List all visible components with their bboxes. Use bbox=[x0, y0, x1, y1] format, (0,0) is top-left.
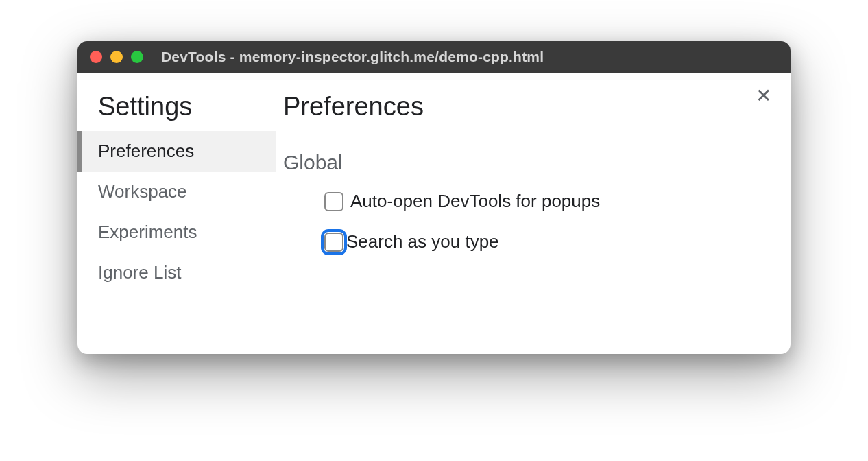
section-title-global: Global bbox=[283, 151, 763, 174]
option-auto-open-devtools[interactable]: Auto-open DevTools for popups bbox=[324, 191, 763, 212]
checkbox-search-as-you-type[interactable] bbox=[324, 233, 343, 252]
window-close-button[interactable] bbox=[90, 51, 102, 63]
window-minimize-button[interactable] bbox=[110, 51, 123, 63]
sidebar: Settings Preferences Workspace Experimen… bbox=[77, 73, 276, 354]
window-title: DevTools - memory-inspector.glitch.me/de… bbox=[161, 49, 544, 65]
traffic-lights bbox=[90, 51, 143, 63]
option-search-as-you-type[interactable]: Search as you type bbox=[324, 231, 763, 252]
window-maximize-button[interactable] bbox=[131, 51, 143, 63]
option-label: Auto-open DevTools for popups bbox=[350, 191, 600, 212]
option-label: Search as you type bbox=[346, 231, 499, 252]
checkbox-auto-open-devtools[interactable] bbox=[324, 192, 343, 211]
sidebar-item-label: Ignore List bbox=[98, 262, 181, 283]
sidebar-item-label: Workspace bbox=[98, 181, 187, 202]
content-area: ✕ Settings Preferences Workspace Experim… bbox=[77, 73, 791, 354]
sidebar-item-experiments[interactable]: Experiments bbox=[77, 212, 276, 252]
devtools-window: DevTools - memory-inspector.glitch.me/de… bbox=[77, 41, 791, 354]
sidebar-item-ignore-list[interactable]: Ignore List bbox=[77, 252, 276, 293]
sidebar-item-label: Experiments bbox=[98, 222, 197, 242]
sidebar-title: Settings bbox=[77, 92, 276, 131]
close-icon[interactable]: ✕ bbox=[756, 86, 771, 106]
sidebar-item-label: Preferences bbox=[98, 141, 194, 161]
page-title: Preferences bbox=[283, 92, 763, 134]
main-panel: Preferences Global Auto-open DevTools fo… bbox=[276, 73, 791, 354]
titlebar: DevTools - memory-inspector.glitch.me/de… bbox=[77, 41, 791, 73]
sidebar-item-preferences[interactable]: Preferences bbox=[77, 131, 276, 172]
sidebar-item-workspace[interactable]: Workspace bbox=[77, 172, 276, 212]
